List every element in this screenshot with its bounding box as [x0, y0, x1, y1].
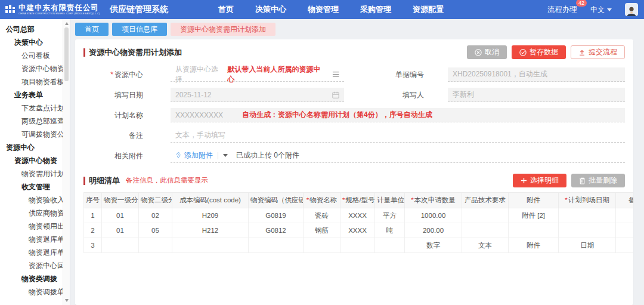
sidebar-item[interactable]: 两级总部巡查记录 — [0, 115, 70, 128]
table-cell[interactable]: 日期 — [559, 238, 616, 253]
sidebar-item[interactable]: 公司看板 — [0, 49, 70, 62]
batch-delete-button[interactable]: 批量删除 — [571, 174, 625, 187]
sidebar-item[interactable]: 下发盘点计划 — [0, 101, 70, 115]
table-column-header: *计划到场日期 — [559, 193, 616, 208]
menu-icon[interactable] — [332, 71, 339, 78]
sidebar-item[interactable]: 物资退库单 — [0, 233, 70, 246]
table-cell: 02 — [139, 208, 172, 223]
company-name-en: CHINA STATE CONSTRUCTION ENGRG. CORP. (M… — [18, 12, 100, 15]
table-cell: 1000.00 — [405, 208, 462, 223]
resource-center-select[interactable]: 从资源中心选择 默认带入当前人所属的资源中心 — [171, 67, 344, 82]
table-cell[interactable] — [616, 238, 634, 253]
detail-note: 备注信息，此信息需要显示 — [126, 176, 208, 185]
select-detail-button[interactable]: 选择明细 — [513, 174, 566, 187]
sidebar-item[interactable]: 资源中心回收 — [0, 259, 70, 272]
table-cell: 瓷砖 — [304, 208, 340, 223]
table-cell — [509, 223, 559, 238]
sidebar-item[interactable]: 资源中心物资 — [0, 154, 70, 167]
table-column-header: *物资名称 — [304, 193, 340, 208]
table-cell: 1 — [84, 208, 102, 223]
plan-name-value: XXXXXXXXXX — [175, 111, 223, 119]
calendar-icon — [332, 91, 339, 98]
company-logo-icon — [5, 4, 16, 15]
sidebar-item[interactable]: 业务表单 — [0, 88, 70, 101]
cancel-circle-icon — [475, 49, 482, 56]
sidebar: 公司总部决策中心公司看板资源中心物资看板项目物资看板业务表单下发盘点计划两级总部… — [0, 19, 70, 305]
save-draft-button[interactable]: 暂存数据 — [512, 45, 566, 59]
plan-name-field: XXXXXXXXXX 自动生成：资源中心名称需用计划（第4份），序号自动生成 — [171, 108, 625, 122]
main-content: 首页项目信息库资源中心物资需用计划添加 资源中心物资需用计划添加 — [70, 19, 644, 305]
table-cell — [139, 238, 172, 253]
table-cell: 3 — [84, 238, 102, 253]
sidebar-item[interactable]: 可调拨物资公示 — [0, 128, 70, 141]
doc-no-field: XHD20250918001，自动生成 — [448, 67, 625, 82]
cancel-button[interactable]: 取消 — [467, 45, 507, 59]
table-column-header: 计量单位 — [375, 193, 405, 208]
scroll-down-icon[interactable] — [65, 299, 69, 302]
resource-center-hint: 默认带入当前人所属的资源中心 — [228, 64, 323, 85]
table-cell[interactable]: 附件 [2] — [509, 208, 559, 223]
workflow-todo-button[interactable]: 流程办理 42 — [547, 5, 577, 15]
trash-icon — [579, 177, 586, 184]
resource-center-placeholder: 从资源中心选择 — [175, 64, 223, 85]
table-cell — [559, 208, 616, 223]
person-icon — [626, 5, 637, 16]
table-cell — [616, 223, 634, 238]
scroll-up-icon[interactable] — [65, 22, 69, 25]
plan-name-label: 计划名称 — [83, 110, 143, 121]
top-nav-item[interactable]: 物资管理 — [308, 4, 339, 15]
remark-input[interactable]: 文本，手动填写 — [171, 128, 625, 143]
table-column-header: 成本编码(cost code) — [172, 193, 249, 208]
sidebar-scrollbar[interactable] — [63, 19, 70, 305]
app-title: 供应链管理系统 — [110, 4, 187, 15]
tab[interactable]: 项目信息库 — [112, 23, 167, 36]
table-column-header: 备注 — [616, 193, 634, 208]
page: 中建中东有限责任公司 CHINA STATE CONSTRUCTION ENGR… — [0, 0, 644, 305]
user-avatar[interactable] — [625, 3, 638, 16]
fill-date-value: 2025-11-12 — [175, 91, 212, 99]
sidebar-item[interactable]: 物资调拨单 — [0, 285, 70, 298]
table-cell: H212 — [172, 223, 249, 238]
remark-label: 备注 — [83, 131, 143, 141]
sidebar-item[interactable]: 资源中心 — [0, 141, 70, 154]
top-nav-item[interactable]: 资源配置 — [413, 4, 444, 15]
detail-table: 序号物资一级分类物资二级分类成本编码(cost code)物资编码（供应链）*物… — [83, 192, 633, 253]
table-cell: XXXX — [340, 208, 375, 223]
table-cell — [172, 238, 249, 253]
todo-count-badge: 42 — [576, 0, 587, 7]
sidebar-item[interactable]: 项目物资看板 — [0, 75, 70, 88]
sidebar-item[interactable]: 供应商物资退货单 — [0, 207, 70, 220]
sidebar-item[interactable]: 物资领用出库单 — [0, 220, 70, 233]
language-switcher[interactable]: 中文 — [590, 5, 612, 15]
sidebar-item[interactable]: 物资退库单 — [0, 246, 70, 259]
table-row: 3数字文本附件日期 — [84, 238, 634, 253]
add-attachment-button[interactable]: 添加附件 — [175, 150, 213, 161]
top-nav-item[interactable]: 决策中心 — [255, 4, 286, 15]
top-nav-item[interactable]: 采购管理 — [360, 4, 391, 15]
tab[interactable]: 资源中心物资需用计划添加 — [171, 23, 275, 36]
table-cell: 01 — [102, 208, 139, 223]
table-cell[interactable]: 数字 — [405, 238, 462, 253]
submit-workflow-button[interactable]: 提交流程 — [571, 45, 625, 59]
table-cell[interactable]: 文本 — [462, 238, 509, 253]
tab[interactable]: 首页 — [75, 23, 109, 36]
form-card: 资源中心物资需用计划添加 取消 — [75, 39, 633, 305]
top-nav-item[interactable]: 首页 — [218, 4, 234, 15]
sidebar-item[interactable]: 资源中心物资看板 — [0, 62, 70, 75]
table-cell: 平方 — [375, 208, 405, 223]
tab-strip: 首页项目信息库资源中心物资需用计划添加 — [75, 19, 633, 39]
form-grid: *资源中心 从资源中心选择 默认带入当前人所属的资源中心 — [83, 67, 625, 169]
attachment-dropdown-icon[interactable] — [223, 154, 228, 157]
sidebar-item[interactable]: 物资类调拨 — [0, 272, 70, 285]
table-cell: 钢筋 — [304, 223, 340, 238]
sidebar-item[interactable]: 物资需用计划 — [0, 167, 70, 180]
sidebar-item[interactable]: 收支管理 — [0, 180, 70, 193]
table-row: 10102H209G0819瓷砖XXXX平方1000.00附件 [2] — [84, 208, 634, 223]
scrollbar-thumb[interactable] — [64, 27, 69, 81]
table-column-header: *规格/型号 — [340, 193, 375, 208]
sidebar-item[interactable]: 公司总部 — [0, 23, 70, 36]
table-cell[interactable]: 附件 — [509, 238, 559, 253]
sidebar-item[interactable]: 决策中心 — [0, 36, 70, 49]
table-cell — [102, 238, 139, 253]
sidebar-item[interactable]: 物资验收入库单 — [0, 193, 70, 207]
